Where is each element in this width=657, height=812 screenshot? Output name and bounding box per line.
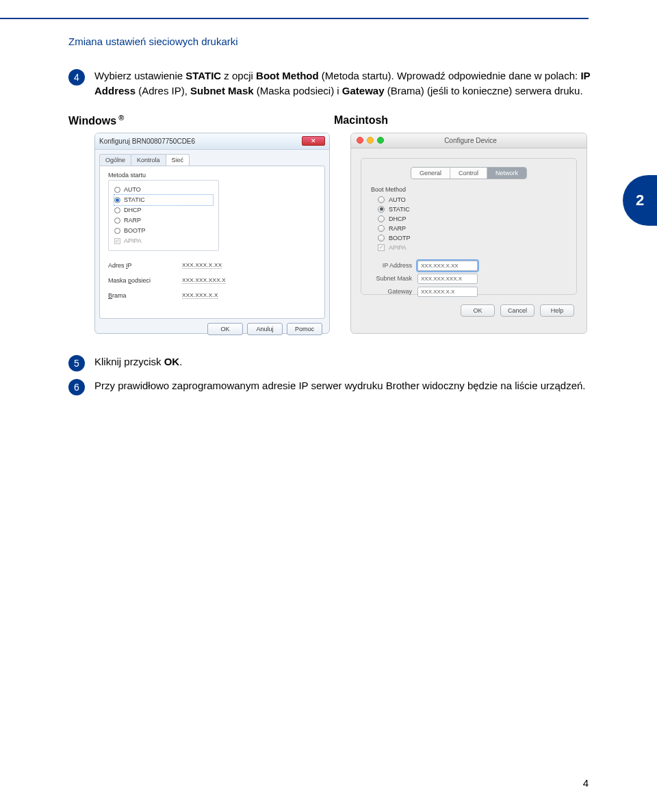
seg-control[interactable]: Control: [450, 168, 487, 179]
step-4: 4 Wybierz ustawienie STATIC z opcji Boot…: [68, 68, 595, 99]
check-apipa[interactable]: APIPA: [114, 236, 213, 246]
check-label: APIPA: [124, 237, 142, 244]
t-static: STATIC: [185, 70, 221, 81]
t: z opcji: [221, 70, 256, 81]
check-label: APIPA: [389, 244, 407, 251]
mac-segmented-control: General Control Network: [371, 167, 567, 179]
mac-dialog: Configure Device General Control Network…: [350, 133, 587, 334]
top-rule: [0, 18, 589, 19]
radio-icon: [114, 197, 120, 203]
ok-button[interactable]: OK: [461, 304, 495, 317]
boot-method-label: Boot Method: [371, 186, 567, 193]
t: (Brama) (jeśli to konieczne) serwera dru…: [385, 85, 583, 96]
radio-static[interactable]: STATIC: [114, 195, 213, 205]
radio-label: RARP: [124, 217, 141, 224]
step-5: 5 Kliknij przycisk OK.: [68, 354, 595, 371]
windows-footer: OK Anuluj Pomoc: [95, 323, 329, 341]
tab-general[interactable]: Ogólne: [99, 154, 131, 166]
step-4-badge: 4: [68, 69, 85, 86]
chapter-header: Zmiana ustawień sieciowych drukarki: [68, 36, 238, 47]
checkbox-icon: [378, 244, 385, 251]
step-4-text: Wybierz ustawienie STATIC z opcji Boot M…: [94, 68, 595, 99]
ip-address-row: Adres IP XXX.XXX.X.XX: [108, 258, 316, 273]
windows-body: Metoda startu AUTO STATIC DHCP RARP BOOT…: [99, 166, 325, 319]
boot-method-group: AUTO STATIC DHCP RARP BOOTP APIPA: [108, 180, 219, 251]
radio-icon: [378, 235, 385, 241]
screenshot-panels: Konfiguruj BRN00807750CDE6 ✕ Ogólne Kont…: [94, 133, 595, 334]
seg-inner: General Control Network: [411, 167, 527, 179]
ok-button[interactable]: OK: [207, 323, 243, 335]
step-5-badge: 5: [68, 355, 85, 371]
t: (Metoda startu). Wprowadź odpowiednie da…: [319, 70, 581, 81]
seg-general[interactable]: General: [411, 168, 450, 179]
radio-auto[interactable]: AUTO: [378, 195, 567, 205]
radio-icon: [378, 225, 385, 232]
radio-bootp[interactable]: BOOTP: [378, 233, 567, 243]
check-apipa[interactable]: APIPA: [378, 243, 567, 252]
ip-address-input[interactable]: XXX.XXX.X.XX: [417, 261, 478, 271]
radio-rarp[interactable]: RARP: [378, 224, 567, 233]
radio-label: BOOTP: [124, 227, 146, 234]
side-chapter-tab: 2: [623, 175, 657, 226]
boot-method-group: AUTO STATIC DHCP RARP BOOTP APIPA: [378, 195, 567, 252]
mac-footer: OK Cancel Help: [351, 304, 587, 325]
radio-bootp[interactable]: BOOTP: [114, 226, 213, 236]
os-mac-heading: Macintosh: [334, 114, 595, 127]
registered-icon: ®: [116, 114, 124, 122]
subnet-label: Maska podsieci: [108, 277, 182, 284]
radio-label: STATIC: [124, 196, 145, 203]
radio-static[interactable]: STATIC: [378, 205, 567, 214]
radio-label: DHCP: [389, 215, 407, 222]
subnet-value[interactable]: XXX.XXX.XXX.X: [182, 277, 226, 284]
mac-titlebar: Configure Device: [351, 133, 587, 148]
close-icon[interactable]: ✕: [302, 136, 325, 146]
t: Kliknij przycisk: [94, 356, 164, 367]
step-5-text: Kliknij przycisk OK.: [94, 354, 182, 371]
radio-icon: [114, 207, 120, 213]
mac-body: General Control Network Boot Method AUTO…: [361, 158, 577, 295]
radio-label: STATIC: [389, 206, 410, 213]
tab-control[interactable]: Kontrola: [131, 154, 166, 166]
t: (Maska podsieci) i: [254, 85, 342, 96]
t: .: [179, 356, 182, 367]
radio-icon: [378, 206, 385, 213]
boot-method-label: Metoda startu: [108, 172, 316, 179]
help-button[interactable]: Pomoc: [287, 323, 322, 335]
t: (Adres IP),: [136, 85, 190, 96]
os-windows-heading: Windows ®: [68, 114, 334, 127]
radio-dhcp[interactable]: DHCP: [114, 205, 213, 215]
radio-dhcp[interactable]: DHCP: [378, 214, 567, 224]
radio-rarp[interactable]: RARP: [114, 215, 213, 226]
windows-label: Windows: [68, 115, 116, 127]
tab-network[interactable]: Sieć: [166, 154, 190, 166]
gateway-input[interactable]: XXX.XXX.X.X: [417, 287, 478, 297]
subnet-row: Subnet Mask XXX.XXX.XXX.X: [371, 272, 567, 285]
radio-label: BOOTP: [389, 235, 411, 241]
radio-icon: [378, 196, 385, 203]
cancel-button[interactable]: Cancel: [500, 304, 534, 317]
mac-title: Configure Device: [360, 137, 581, 144]
radio-auto[interactable]: AUTO: [114, 185, 213, 195]
t-subnet: Subnet Mask: [190, 85, 254, 96]
seg-network[interactable]: Network: [487, 168, 526, 179]
gateway-label: Brama: [108, 292, 182, 299]
radio-icon: [114, 228, 120, 234]
cancel-button[interactable]: Anuluj: [247, 323, 283, 335]
ip-address-value[interactable]: XXX.XXX.X.XX: [182, 262, 222, 269]
windows-dialog: Konfiguruj BRN00807750CDE6 ✕ Ogólne Kont…: [94, 133, 330, 334]
step-6-text: Przy prawidłowo zaprogramowanym adresie …: [94, 378, 586, 395]
content-area: 4 Wybierz ustawienie STATIC z opcji Boot…: [68, 68, 595, 402]
subnet-input[interactable]: XXX.XXX.XXX.X: [417, 274, 478, 284]
steps-bottom: 5 Kliknij przycisk OK. 6 Przy prawidłowo…: [68, 354, 595, 395]
windows-title: Konfiguruj BRN00807750CDE6: [99, 137, 195, 145]
radio-label: RARP: [389, 225, 406, 232]
ip-address-label: Adres IP: [108, 262, 182, 269]
ip-address-label: IP Address: [371, 262, 417, 269]
ip-grid: Adres IP XXX.XXX.X.XX Maska podsieci XXX…: [108, 258, 316, 303]
t-gateway: Gateway: [342, 85, 385, 96]
subnet-label: Subnet Mask: [371, 275, 417, 282]
help-button[interactable]: Help: [540, 304, 574, 317]
radio-label: AUTO: [389, 196, 406, 203]
gateway-value[interactable]: XXX.XXX.X.X: [182, 292, 218, 299]
radio-label: AUTO: [124, 186, 141, 193]
